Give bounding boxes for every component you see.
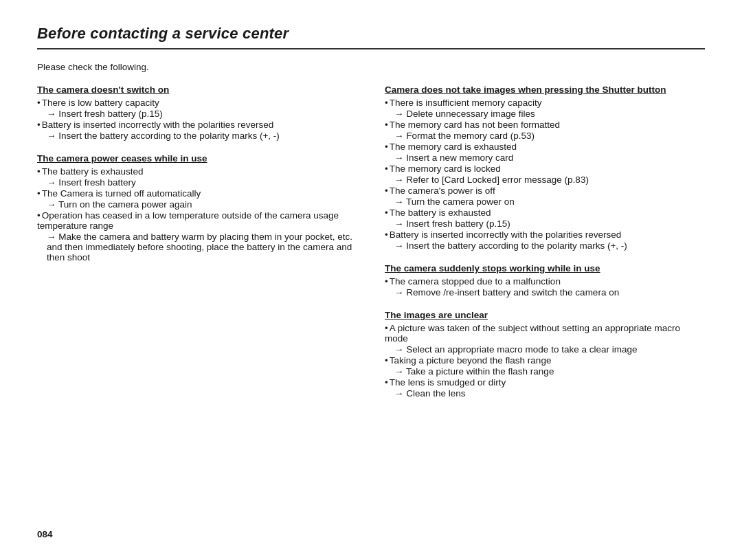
section-camera-stops-list: The camera stopped due to a malfunction … (385, 276, 705, 298)
list-item: Make the camera and battery warm by plac… (37, 232, 357, 262)
section-camera-no-image-title: Camera does not take images when pressin… (385, 85, 705, 95)
list-item: Delete unnecessary image files (385, 109, 705, 119)
intro-text: Please check the following. (37, 62, 705, 72)
page: Before contacting a service center Pleas… (0, 0, 742, 560)
left-column: The camera doesn't switch on There is lo… (37, 85, 357, 411)
list-item: The memory card has not been formatted (385, 120, 705, 130)
section-images-unclear-list: A picture was taken of the subject witho… (385, 323, 705, 399)
list-item: The Camera is turned off automatically (37, 188, 357, 199)
list-item: Insert the battery according to the pola… (385, 240, 705, 251)
list-item: Taking a picture beyond the flash range (385, 355, 705, 366)
list-item: Select an appropriate macro mode to take… (385, 344, 705, 355)
page-number: 084 (37, 529, 53, 539)
list-item: Format the memory card (p.53) (385, 131, 705, 141)
section-camera-power-ceases: The camera power ceases while in use The… (37, 153, 357, 262)
section-camera-no-image: Camera does not take images when pressin… (385, 85, 705, 251)
list-item: The camera's power is off (385, 186, 705, 196)
list-item: Take a picture within the flash range (385, 366, 705, 377)
section-camera-stops-title: The camera suddenly stops working while … (385, 263, 705, 273)
list-item: There is insufficient memory capacity (385, 98, 705, 108)
list-item: Operation has ceased in a low temperatur… (37, 210, 357, 231)
section-camera-no-switch-list: There is low battery capacity Insert fre… (37, 98, 357, 141)
list-item: There is low battery capacity (37, 98, 357, 108)
section-camera-no-switch-title: The camera doesn't switch on (37, 85, 357, 95)
list-item: Insert a new memory card (385, 153, 705, 163)
list-item: The camera stopped due to a malfunction (385, 276, 705, 287)
page-title: Before contacting a service center (37, 25, 705, 49)
list-item: The lens is smudged or dirty (385, 377, 705, 388)
list-item: Battery is inserted incorrectly with the… (385, 229, 705, 240)
list-item: A picture was taken of the subject witho… (385, 323, 705, 344)
section-camera-power-ceases-title: The camera power ceases while in use (37, 153, 357, 164)
section-camera-stops: The camera suddenly stops working while … (385, 263, 705, 298)
list-item: Remove /re-insert battery and switch the… (385, 287, 705, 298)
list-item: Turn the camera power on (385, 197, 705, 207)
list-item: Clean the lens (385, 388, 705, 399)
list-item: Battery is inserted incorrectly with the… (37, 120, 357, 130)
two-column-layout: The camera doesn't switch on There is lo… (37, 85, 705, 411)
list-item: Insert fresh battery (37, 177, 357, 188)
list-item: Insert the battery according to the pola… (37, 131, 357, 141)
right-column: Camera does not take images when pressin… (385, 85, 705, 411)
list-item: Refer to [Card Locked] error message (p.… (385, 175, 705, 185)
list-item: The battery is exhausted (385, 208, 705, 218)
section-camera-no-image-list: There is insufficient memory capacity De… (385, 98, 705, 251)
section-camera-no-switch: The camera doesn't switch on There is lo… (37, 85, 357, 141)
list-item: Turn on the camera power again (37, 199, 357, 210)
section-images-unclear-title: The images are unclear (385, 310, 705, 320)
list-item: The battery is exhausted (37, 166, 357, 177)
list-item: Insert fresh battery (p.15) (385, 219, 705, 229)
list-item: The memory card is locked (385, 164, 705, 174)
section-images-unclear: The images are unclear A picture was tak… (385, 310, 705, 399)
section-camera-power-ceases-list: The battery is exhausted Insert fresh ba… (37, 166, 357, 262)
list-item: Insert fresh battery (p.15) (37, 109, 357, 119)
list-item: The memory card is exhausted (385, 142, 705, 152)
